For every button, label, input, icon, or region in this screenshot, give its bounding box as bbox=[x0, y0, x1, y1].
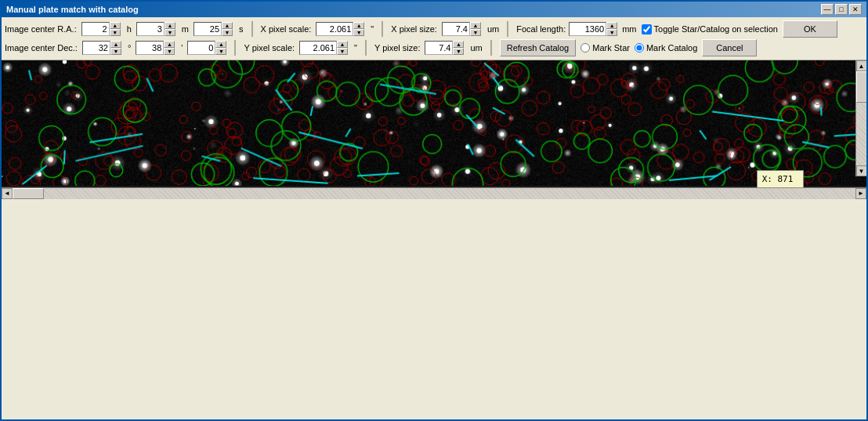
image-container: X: 871 Y: 570 V: 1004 ▲ ▼ ◄ bbox=[2, 60, 866, 419]
tooltip-x: X: 871 bbox=[762, 173, 798, 187]
y-pixel-size-up[interactable]: ▲ bbox=[453, 41, 464, 48]
x-pixel-scale-label: X pixel scale: bbox=[261, 24, 312, 34]
refresh-catalog-button[interactable]: Refresh Catalog bbox=[500, 39, 577, 56]
y-pixel-size-label: Y pixel size: bbox=[374, 43, 421, 53]
ra-minutes-up[interactable]: ▲ bbox=[165, 22, 175, 29]
dec-deg-spin: ▲ ▼ bbox=[82, 41, 121, 55]
sep5 bbox=[365, 40, 367, 56]
x-pixel-size-spin: ▲ ▼ bbox=[442, 22, 481, 36]
ra-seconds-down[interactable]: ▼ bbox=[222, 29, 233, 36]
ra-minutes-down[interactable]: ▼ bbox=[165, 29, 175, 36]
focal-length-up[interactable]: ▲ bbox=[606, 22, 617, 29]
x-pixel-scale-input[interactable] bbox=[316, 22, 353, 36]
dec-min-spin: ▲ ▼ bbox=[136, 41, 175, 55]
dec-label: Image center Dec.: bbox=[5, 43, 78, 53]
toggle-checkbox[interactable] bbox=[642, 24, 652, 34]
dec-sec-down[interactable]: ▼ bbox=[215, 48, 226, 55]
dec-sec-up[interactable]: ▲ bbox=[215, 41, 226, 48]
mark-catalog-group: Mark Catalog bbox=[635, 43, 697, 53]
dec-min-down[interactable]: ▼ bbox=[164, 48, 175, 55]
focal-length-group: Focal length: ▲ ▼ mm bbox=[516, 22, 636, 36]
y-pixel-scale-up[interactable]: ▲ bbox=[337, 41, 348, 48]
ra-h-unit: h bbox=[127, 24, 132, 34]
ra-seconds-spinbtns: ▲ ▼ bbox=[222, 22, 233, 36]
scroll-down-button[interactable]: ▼ bbox=[856, 165, 867, 176]
scroll-up-button[interactable]: ▲ bbox=[856, 60, 867, 71]
ra-hours-up[interactable]: ▲ bbox=[110, 22, 121, 29]
ra-hours-spinbtns: ▲ ▼ bbox=[110, 22, 121, 36]
maximize-button[interactable]: □ bbox=[835, 4, 848, 15]
x-pixel-scale-down[interactable]: ▼ bbox=[353, 29, 364, 36]
ra-label: Image center R.A.: bbox=[5, 24, 77, 34]
cancel-button[interactable]: Cancel bbox=[702, 39, 757, 56]
dec-min-unit: ' bbox=[181, 43, 183, 53]
ra-s-unit: s bbox=[239, 24, 244, 34]
tooltip-box: X: 871 Y: 570 V: 1004 bbox=[757, 170, 804, 187]
sep4 bbox=[234, 40, 236, 56]
toolbar-row-2: Image center Dec.: ▲ ▼ ° ▲ ▼ ' bbox=[5, 39, 863, 56]
close-button[interactable]: ✕ bbox=[849, 4, 862, 15]
dec-min-input[interactable] bbox=[136, 41, 164, 55]
x-pixel-size-down[interactable]: ▼ bbox=[470, 29, 481, 36]
scroll-right-button[interactable]: ► bbox=[855, 188, 866, 199]
focal-length-unit: mm bbox=[622, 24, 636, 34]
focal-length-input[interactable] bbox=[569, 22, 606, 36]
minimize-button[interactable]: — bbox=[821, 4, 834, 15]
y-pixel-scale-label: Y pixel scale: bbox=[244, 43, 295, 53]
title-bar: Manual plate match with catalog — □ ✕ bbox=[2, 2, 866, 17]
mark-star-radio[interactable] bbox=[580, 43, 590, 53]
scroll-left-button[interactable]: ◄ bbox=[2, 188, 13, 199]
dec-deg-unit: ° bbox=[128, 43, 131, 53]
y-pixel-size-down[interactable]: ▼ bbox=[453, 48, 464, 55]
x-pixel-size-up[interactable]: ▲ bbox=[470, 22, 481, 29]
y-pixel-size-input[interactable] bbox=[425, 41, 453, 55]
x-pixel-scale-spin: ▲ ▼ bbox=[316, 22, 364, 36]
x-pixel-scale-spinbtns: ▲ ▼ bbox=[353, 22, 364, 36]
mark-catalog-label: Mark Catalog bbox=[646, 43, 697, 53]
dec-deg-up[interactable]: ▲ bbox=[110, 41, 121, 48]
x-pixel-size-input[interactable] bbox=[442, 22, 470, 36]
ra-seconds-spin: ▲ ▼ bbox=[193, 22, 233, 36]
dec-deg-spinbtns: ▲ ▼ bbox=[110, 41, 121, 55]
mark-star-group: Mark Star bbox=[580, 43, 630, 53]
sep1 bbox=[251, 21, 253, 37]
y-pixel-scale-spin: ▲ ▼ bbox=[299, 41, 348, 55]
ok-button[interactable]: OK bbox=[783, 20, 837, 38]
y-pixel-scale-down[interactable]: ▼ bbox=[337, 48, 348, 55]
sep6 bbox=[490, 40, 492, 56]
focal-length-down[interactable]: ▼ bbox=[606, 29, 617, 36]
focal-length-spin: ▲ ▼ bbox=[569, 22, 617, 36]
x-pixel-scale-unit: " bbox=[371, 24, 374, 34]
dec-min-spinbtns: ▲ ▼ bbox=[164, 41, 175, 55]
ra-hours-input[interactable] bbox=[81, 22, 110, 36]
ra-hours-spin: ▲ ▼ bbox=[81, 22, 121, 36]
sep3 bbox=[507, 21, 508, 37]
vertical-scrollbar[interactable]: ▲ ▼ bbox=[855, 60, 866, 176]
mark-catalog-radio[interactable] bbox=[635, 43, 644, 53]
x-pixel-size-spinbtns: ▲ ▼ bbox=[470, 22, 481, 36]
focal-length-label: Focal length: bbox=[516, 24, 566, 34]
dec-min-up[interactable]: ▲ bbox=[164, 41, 175, 48]
tooltip-y: Y: 570 bbox=[762, 187, 798, 188]
dec-deg-input[interactable] bbox=[82, 41, 110, 55]
scroll-thumb-v[interactable] bbox=[856, 71, 867, 103]
toggle-label: Toggle Star/Catalog on selection bbox=[654, 24, 778, 34]
scroll-track-h[interactable] bbox=[13, 188, 855, 199]
scroll-thumb-h[interactable] bbox=[13, 188, 44, 199]
horizontal-scrollbar[interactable]: ◄ ► bbox=[2, 187, 866, 198]
x-pixel-scale-up[interactable]: ▲ bbox=[353, 22, 364, 29]
toolbar-row-1: Image center R.A.: ▲ ▼ h ▲ ▼ m bbox=[5, 20, 863, 38]
ra-seconds-input[interactable] bbox=[193, 22, 222, 36]
star-canvas bbox=[2, 60, 866, 186]
ra-hours-down[interactable]: ▼ bbox=[110, 29, 121, 36]
ra-seconds-up[interactable]: ▲ bbox=[222, 22, 233, 29]
dec-deg-down[interactable]: ▼ bbox=[110, 48, 121, 55]
toolbar: Image center R.A.: ▲ ▼ h ▲ ▼ m bbox=[2, 17, 866, 60]
sep2 bbox=[382, 21, 383, 37]
x-pixel-size-unit: um bbox=[487, 24, 499, 34]
scroll-track-v[interactable] bbox=[856, 71, 867, 165]
ra-minutes-input[interactable] bbox=[136, 22, 165, 36]
y-pixel-scale-input[interactable] bbox=[299, 41, 337, 55]
star-image[interactable]: X: 871 Y: 570 V: 1004 ▲ ▼ bbox=[2, 60, 866, 187]
dec-sec-input[interactable] bbox=[187, 41, 215, 55]
